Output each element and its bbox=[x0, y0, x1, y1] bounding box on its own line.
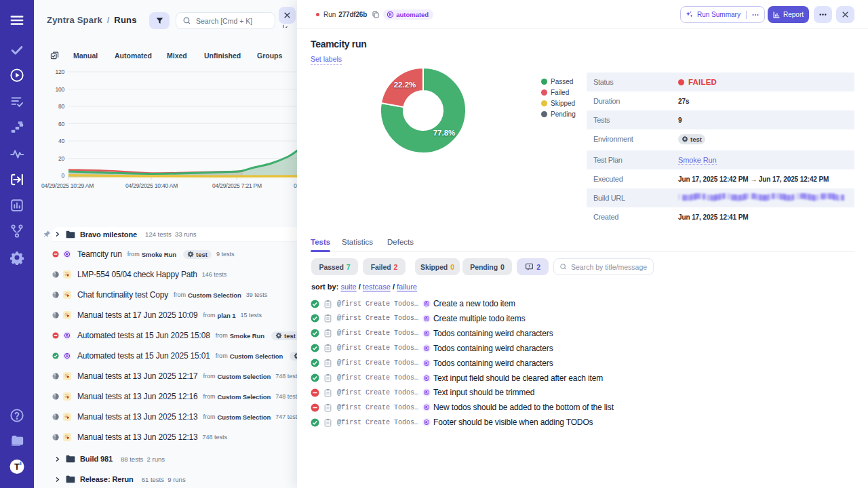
svg-text:22.2%: 22.2% bbox=[394, 81, 416, 89]
svg-text:77.8%: 77.8% bbox=[433, 129, 456, 137]
